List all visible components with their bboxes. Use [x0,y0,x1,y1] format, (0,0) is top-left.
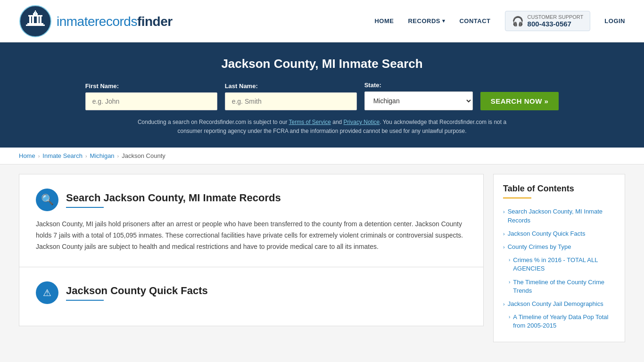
nav-records[interactable]: RECORDS ▾ [408,17,445,25]
svg-rect-5 [29,16,31,23]
site-header: inmaterecordsfinder HOME RECORDS ▾ CONTA… [0,0,644,42]
toc-chevron-2: › [503,244,505,251]
warning-icon: ⚠ [43,287,51,298]
toc-label-2: County Crimes by Type [508,243,571,251]
toc-item-4[interactable]: ›The Timeline of the County Crime Trends [503,276,615,297]
toc-title: Table of Contents [503,184,615,194]
search-form: First Name: Last Name: State: Michigan A… [19,82,625,110]
breadcrumb-michigan[interactable]: Michigan [90,152,115,159]
toc-label-1: Jackson County Quick Facts [508,230,586,238]
nav-home[interactable]: HOME [374,17,394,25]
toc-chevron-0: › [503,208,505,215]
card-header-search: 🔍 Search Jackson County, MI Inmate Recor… [36,189,467,211]
main-nav: HOME RECORDS ▾ CONTACT 🎧 CUSTOMER SUPPOR… [374,11,625,31]
state-label: State: [364,82,473,89]
svg-rect-7 [37,16,39,23]
search-button[interactable]: SEARCH NOW » [480,92,559,110]
facts-icon-circle: ⚠ [36,281,58,304]
toc-chevron-5: › [503,301,505,308]
svg-rect-6 [32,16,34,23]
first-name-input[interactable] [85,92,217,110]
chevron-down-icon: ▾ [442,18,446,24]
toc-chevron-1: › [503,230,505,238]
content-area: 🔍 Search Jackson County, MI Inmate Recor… [19,174,484,342]
card-title-facts: Jackson County Quick Facts [66,285,208,297]
toc-item-6[interactable]: ›A Timeline of Yearly Data Pop Total fro… [503,311,615,332]
toc-label-5: Jackson County Jail Demographics [508,300,603,308]
main-area: 🔍 Search Jackson County, MI Inmate Recor… [0,165,644,352]
disclaimer-text: Conducting a search on Recordsfinder.com… [133,118,511,136]
page-title: Jackson County, MI Inmate Search [19,57,625,71]
breadcrumb-sep-3: › [117,153,119,159]
logo-text-part2: finder [137,14,173,29]
search-icon-circle: 🔍 [36,189,58,211]
card-header-facts: ⚠ Jackson County Quick Facts [36,281,467,304]
toc-label-0: Search Jackson County, MI Inmate Records [508,207,615,224]
card-title-underline-search [66,207,104,208]
nav-contact[interactable]: CONTACT [459,17,490,25]
svg-rect-9 [27,23,43,25]
toc-card: Table of Contents ›Search Jackson County… [493,174,625,342]
toc-chevron-4: › [509,279,510,286]
breadcrumb-sep-2: › [85,153,87,159]
breadcrumb-inmate-search[interactable]: Inmate Search [42,152,83,159]
breadcrumb: Home › Inmate Search › Michigan › Jackso… [0,148,644,165]
breadcrumb-current: Jackson County [122,152,165,159]
toc-item-1[interactable]: ›Jackson County Quick Facts [503,227,615,240]
state-select[interactable]: Michigan Alabama Alaska Arizona Californ… [364,91,473,110]
sidebar: Table of Contents ›Search Jackson County… [493,174,625,342]
logo-icon [19,5,52,38]
logo-area: inmaterecordsfinder [19,5,173,38]
toc-item-5[interactable]: ›Jackson County Jail Demographics [503,297,615,311]
toc-label-4: The Timeline of the County Crime Trends [513,278,615,295]
quick-facts-card: ⚠ Jackson County Quick Facts [19,267,484,326]
toc-chevron-3: › [509,257,510,263]
search-section-card: 🔍 Search Jackson County, MI Inmate Recor… [19,174,484,266]
svg-point-0 [20,6,51,37]
toc-item-2[interactable]: ›County Crimes by Type [503,240,615,254]
breadcrumb-home[interactable]: Home [19,152,35,159]
breadcrumb-sep-1: › [38,153,40,159]
toc-item-3[interactable]: ›Crimes % in 2016 - TOTAL ALL AGENCIES [503,254,615,275]
toc-label-3: Crimes % in 2016 - TOTAL ALL AGENCIES [513,256,615,273]
card-title-underline-facts [66,300,104,301]
card-title-search: Search Jackson County, MI Inmate Records [66,192,281,204]
svg-rect-8 [40,16,41,23]
support-number: 800-433-0567 [528,20,584,28]
magnifier-icon: 🔍 [41,194,54,206]
state-group: State: Michigan Alabama Alaska Arizona C… [364,82,473,110]
first-name-group: First Name: [85,82,217,110]
toc-underline [503,197,531,198]
toc-label-6: A Timeline of Yearly Data Pop Total from… [513,313,615,330]
last-name-group: Last Name: [225,82,357,110]
toc-item-0[interactable]: ›Search Jackson County, MI Inmate Record… [503,205,615,227]
toc-list: ›Search Jackson County, MI Inmate Record… [503,205,615,332]
hero-section: Jackson County, MI Inmate Search First N… [0,42,644,148]
customer-support[interactable]: 🎧 CUSTOMER SUPPORT 800-433-0567 [505,11,591,31]
last-name-input[interactable] [225,92,357,110]
nav-records-label: RECORDS [408,17,440,25]
svg-rect-10 [26,25,45,26]
tos-link[interactable]: Terms of Service [289,119,331,125]
card-body-search: Jackson County, MI jails hold prisoners … [36,219,467,252]
logo-text-part1: inmaterecords [57,14,137,29]
nav-login[interactable]: LOGIN [604,17,625,25]
first-name-label: First Name: [85,82,217,90]
toc-chevron-6: › [509,314,510,321]
logo-text: inmaterecordsfinder [57,13,173,29]
privacy-link[interactable]: Privacy Notice [344,119,380,125]
svg-rect-4 [28,15,42,16]
headphones-icon: 🎧 [512,16,524,27]
last-name-label: Last Name: [225,82,357,90]
support-label: CUSTOMER SUPPORT [528,14,584,20]
